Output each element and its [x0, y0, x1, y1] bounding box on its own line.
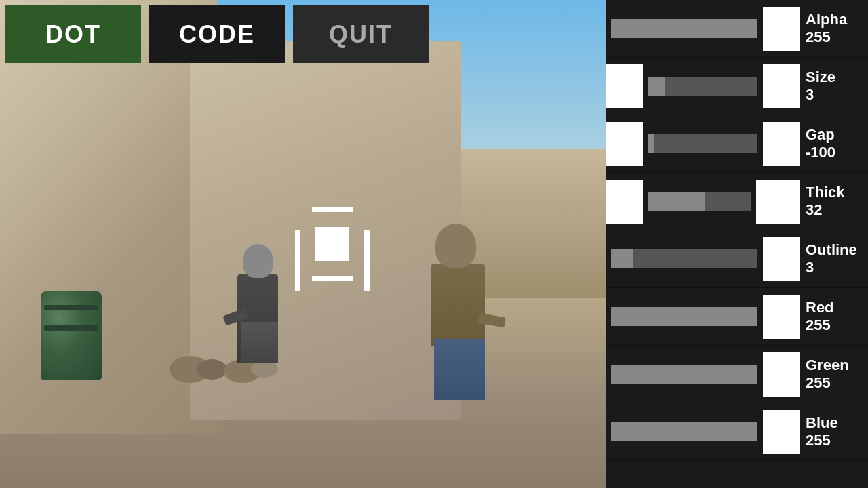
slider-row-blue: Blue255: [606, 403, 868, 461]
blue-label: Blue255: [800, 414, 868, 450]
red-fill: [611, 307, 757, 326]
alpha-name: Alpha: [806, 11, 868, 28]
gap-name: Gap: [806, 126, 868, 144]
crosshair-bottom: [312, 276, 353, 281]
gap-slider[interactable]: [648, 134, 757, 153]
thick-value: 32: [806, 201, 868, 219]
blue-fill: [611, 422, 757, 441]
dot-button[interactable]: DOT: [5, 5, 141, 63]
outline-value: 3: [806, 259, 868, 277]
top-navigation: DOT CODE QUIT: [5, 5, 429, 63]
red-value: 255: [806, 317, 868, 334]
blue-slider[interactable]: [611, 422, 757, 441]
thick-name: Thick: [806, 184, 868, 201]
outline-label: Outline3: [800, 241, 868, 277]
red-label: Red255: [800, 299, 868, 335]
red-right-swatch: [763, 295, 800, 339]
gap-label: Gap-100: [800, 126, 868, 162]
slider-row-thick: Thick32: [606, 173, 868, 230]
size-label: Size3: [800, 68, 868, 104]
gap-fill: [648, 134, 654, 153]
blue-value: 255: [806, 432, 868, 449]
green-value: 255: [806, 374, 868, 392]
character-1: [231, 227, 285, 363]
crosshair-left: [295, 230, 300, 291]
slider-row-size: Size3: [606, 58, 868, 115]
alpha-fill: [611, 19, 757, 38]
size-fill: [648, 77, 665, 96]
thick-right-swatch: [756, 180, 800, 224]
alpha-right-swatch: [763, 7, 800, 51]
slider-row-gap: Gap-100: [606, 115, 868, 173]
slider-row-alpha: Alpha255: [606, 0, 868, 58]
crosshair-center: [315, 227, 349, 261]
green-slider[interactable]: [611, 365, 757, 384]
red-slider[interactable]: [611, 307, 757, 326]
code-button[interactable]: CODE: [149, 5, 285, 63]
thick-left-swatch: [606, 180, 643, 224]
thick-slider[interactable]: [648, 192, 751, 211]
slider-row-outline: Outline3: [606, 230, 868, 288]
character-2: [420, 210, 502, 400]
thick-label: Thick32: [800, 184, 868, 220]
alpha-label: Alpha255: [800, 11, 868, 47]
blue-name: Blue: [806, 414, 868, 432]
gap-right-swatch: [763, 122, 800, 166]
gap-left-swatch: [606, 122, 643, 166]
outline-fill: [611, 249, 633, 268]
size-name: Size: [806, 68, 868, 86]
alpha-value: 255: [806, 28, 868, 46]
green-fill: [611, 365, 757, 384]
slider-row-green: Green255: [606, 346, 868, 403]
settings-panel: Alpha255Size3Gap-100Thick32Outline3Red25…: [606, 0, 868, 488]
thick-fill: [648, 192, 705, 211]
game-viewport: [0, 0, 606, 488]
outline-slider[interactable]: [611, 249, 757, 268]
green-label: Green255: [800, 357, 868, 392]
green-right-swatch: [763, 352, 800, 396]
outline-right-swatch: [763, 237, 800, 281]
crosshair-right: [364, 230, 370, 291]
alpha-slider[interactable]: [611, 19, 757, 38]
outline-name: Outline: [806, 241, 868, 259]
crosshair-top: [312, 207, 353, 212]
slider-row-red: Red255: [606, 288, 868, 346]
size-slider[interactable]: [648, 77, 757, 96]
gap-value: -100: [806, 144, 868, 161]
blue-right-swatch: [763, 410, 800, 454]
size-right-swatch: [763, 64, 800, 108]
size-value: 3: [806, 86, 868, 104]
green-name: Green: [806, 357, 868, 374]
red-name: Red: [806, 299, 868, 317]
barrel-prop: [41, 291, 102, 380]
quit-button[interactable]: QUIT: [293, 5, 429, 63]
size-left-swatch: [606, 64, 643, 108]
